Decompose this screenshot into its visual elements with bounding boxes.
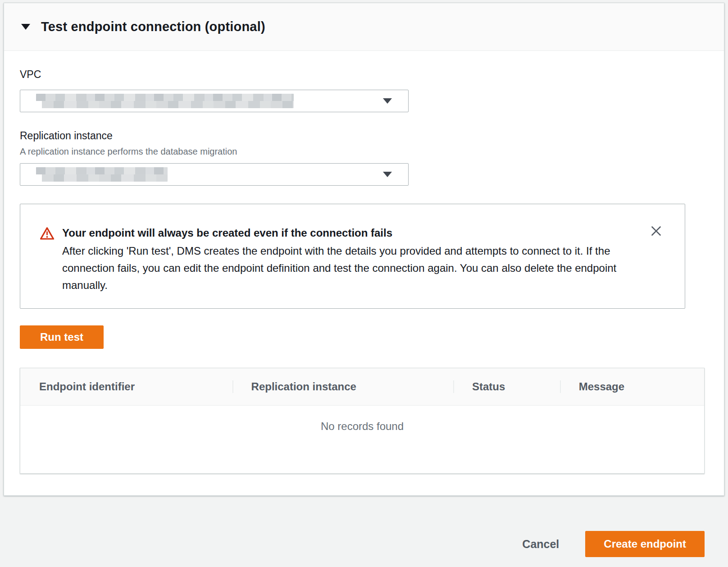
panel-body: VPC Replication instance A replication i… [4,68,724,474]
vpc-label: VPC [20,68,705,81]
chevron-down-icon [383,98,392,104]
close-icon [651,231,661,238]
warning-body: After clicking 'Run test', DMS creates t… [62,242,631,294]
replication-instance-description: A replication instance performs the data… [20,145,705,158]
warning-banner: Your endpoint will always be created eve… [20,204,685,309]
panel-header-toggle[interactable]: Test endpoint connection (optional) [4,3,724,51]
cancel-button[interactable]: Cancel [522,531,559,557]
column-header-replication-instance: Replication instance [232,380,453,393]
replication-instance-selected-value-redacted [36,167,168,182]
warning-text: Your endpoint will always be created eve… [62,224,631,294]
test-results-table: Endpoint identifier Replication instance… [20,368,705,474]
column-header-status: Status [453,380,560,393]
close-warning-button[interactable] [650,225,662,237]
test-endpoint-panel: Test endpoint connection (optional) VPC … [4,3,724,496]
table-header-row: Endpoint identifier Replication instance… [20,368,704,406]
replication-instance-select[interactable] [20,163,409,186]
table-empty-message: No records found [20,406,704,433]
warning-title: Your endpoint will always be created eve… [62,224,631,242]
panel-title: Test endpoint connection (optional) [41,19,265,34]
column-header-message: Message [560,380,704,393]
vpc-select[interactable] [20,90,409,112]
run-test-button[interactable]: Run test [20,325,104,349]
column-header-endpoint-identifier: Endpoint identifier [20,380,232,393]
replication-instance-label: Replication instance [20,129,705,142]
chevron-down-icon [383,172,392,177]
warning-triangle-icon [40,227,55,294]
vpc-selected-value-redacted [36,94,294,108]
collapse-caret-icon [21,24,30,30]
create-endpoint-button[interactable]: Create endpoint [585,531,705,557]
form-actions-footer: Cancel Create endpoint [0,496,728,567]
